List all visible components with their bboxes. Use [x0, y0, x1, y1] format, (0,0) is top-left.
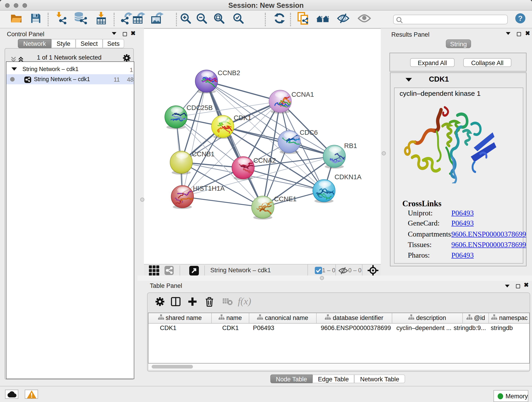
- svg-text:CDC25B: CDC25B: [186, 104, 213, 111]
- svg-text:CCNE1: CCNE1: [274, 195, 297, 203]
- svg-text:CCNA1: CCNA1: [291, 91, 314, 98]
- svg-text:CDK1: CDK1: [234, 114, 251, 121]
- svg-text:CCNB1: CCNB1: [192, 150, 215, 158]
- svg-text:HIST1H1A: HIST1H1A: [193, 185, 225, 192]
- svg-text:RB1: RB1: [344, 142, 357, 149]
- svg-text:CCNA2: CCNA2: [253, 157, 276, 164]
- svg-text:CDKN1A: CDKN1A: [335, 173, 361, 181]
- svg-text:CDC6: CDC6: [300, 129, 318, 136]
- svg-text:?: ?: [518, 14, 523, 22]
- svg-text:CCNB2: CCNB2: [218, 69, 240, 77]
